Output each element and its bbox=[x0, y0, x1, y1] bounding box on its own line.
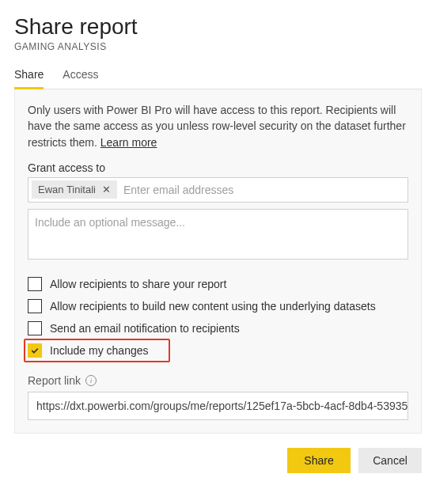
option-send-email-label: Send an email notification to recipients bbox=[50, 322, 240, 335]
pro-notice-text: Only users with Power BI Pro will have a… bbox=[28, 104, 406, 149]
cancel-button[interactable]: Cancel bbox=[358, 448, 422, 473]
share-dialog: Share report GAMING ANALYSIS Share Acces… bbox=[0, 0, 436, 434]
recipients-input[interactable] bbox=[122, 180, 404, 199]
option-allow-share[interactable]: Allow recipients to share your report bbox=[28, 276, 408, 292]
option-send-email[interactable]: Send an email notification to recipients bbox=[28, 320, 408, 336]
tab-bar: Share Access bbox=[14, 63, 422, 89]
share-button[interactable]: Share bbox=[287, 448, 351, 473]
checkbox-allow-share[interactable] bbox=[28, 277, 42, 291]
option-allow-build[interactable]: Allow recipients to build new content us… bbox=[28, 298, 408, 314]
report-link-label-row: Report link i bbox=[28, 374, 408, 387]
checkbox-send-email[interactable] bbox=[28, 321, 42, 335]
info-icon[interactable]: i bbox=[85, 375, 97, 386]
option-include-changes[interactable]: Include my changes bbox=[28, 343, 408, 358]
option-allow-build-label: Allow recipients to build new content us… bbox=[50, 300, 376, 313]
dialog-title: Share report bbox=[14, 14, 422, 40]
recipients-field[interactable]: Ewan Tinitali ✕ bbox=[28, 177, 408, 203]
dialog-subtitle: GAMING ANALYSIS bbox=[14, 41, 422, 52]
checkbox-allow-build[interactable] bbox=[28, 299, 42, 313]
recipient-name: Ewan Tinitali bbox=[38, 184, 96, 195]
option-include-changes-label: Include my changes bbox=[50, 344, 149, 357]
share-panel: Only users with Power BI Pro will have a… bbox=[14, 89, 422, 434]
recipient-chip: Ewan Tinitali ✕ bbox=[32, 180, 117, 199]
report-link-label: Report link bbox=[28, 374, 81, 387]
learn-more-link[interactable]: Learn more bbox=[100, 136, 157, 149]
grant-access-label: Grant access to bbox=[28, 161, 408, 174]
report-link-field[interactable]: https://dxt.powerbi.com/groups/me/report… bbox=[28, 392, 408, 420]
tab-share[interactable]: Share bbox=[14, 63, 44, 89]
remove-recipient-icon[interactable]: ✕ bbox=[102, 184, 111, 195]
dialog-footer: Share Cancel bbox=[0, 434, 436, 483]
option-allow-share-label: Allow recipients to share your report bbox=[50, 278, 226, 290]
options-group: Allow recipients to share your report Al… bbox=[28, 276, 408, 358]
tab-access[interactable]: Access bbox=[63, 63, 98, 89]
checkbox-include-changes[interactable] bbox=[28, 343, 42, 358]
pro-notice: Only users with Power BI Pro will have a… bbox=[28, 102, 408, 150]
message-textarea[interactable] bbox=[28, 209, 408, 260]
